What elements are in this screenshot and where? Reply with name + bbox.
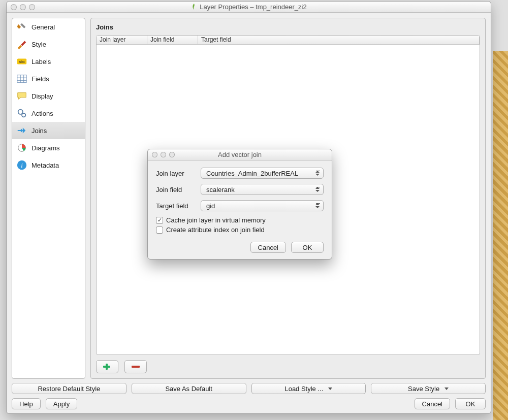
svg-text:abc: abc [19,59,25,64]
sidebar-item-label: Style [31,41,46,48]
sidebar-item-label: Joins [31,127,47,135]
paintbrush-icon [16,39,27,50]
dialog-title: Add vector join [148,151,332,158]
combo-value: gid [206,202,215,210]
index-checkbox-row[interactable]: Create attribute index on join field [156,226,324,234]
sidebar-item-style[interactable]: Style [12,36,85,53]
sidebar-item-label: Actions [31,110,53,117]
abc-label-icon: abc [16,56,27,67]
join-arrow-icon [16,125,27,136]
cache-checkbox[interactable] [156,217,163,224]
column-header-join-layer[interactable]: Join layer [97,36,147,44]
sidebar-item-metadata[interactable]: i Metadata [12,156,85,174]
join-field-label: Join field [156,186,196,193]
dialog-cancel-button[interactable]: Cancel [250,242,286,253]
wrench-icon [16,21,27,33]
dialog-ok-button[interactable]: OK [291,242,324,253]
sidebar-item-label: General [31,23,55,31]
sidebar-item-label: Metadata [31,161,59,169]
index-checkbox-label: Create attribute index on join field [166,226,265,234]
chevron-up-down-icon [314,185,321,193]
qgis-icon [190,3,198,10]
load-style-button[interactable]: Load Style ... [251,383,366,394]
svg-rect-9 [103,366,110,368]
sidebar-item-label: Diagrams [31,144,60,152]
window-titlebar[interactable]: Layer Properties – tmp_reindeer_zi2 [7,2,491,13]
svg-rect-10 [132,366,140,368]
target-field-row: Target field gid [156,200,324,211]
target-field-combo[interactable]: gid [201,200,324,211]
combo-value: scalerank [206,186,235,193]
sidebar-item-display[interactable]: Display [12,87,85,105]
pie-chart-icon [16,142,27,153]
combo-value: Countries_Admin_2bufferREAL [206,170,298,177]
background-map-sliver [493,51,508,420]
dialog-body: Join layer Countries_Admin_2bufferREAL J… [148,160,332,259]
remove-join-button[interactable] [124,360,147,373]
ok-button[interactable]: OK [455,398,486,409]
sidebar-item-general[interactable]: General [12,18,85,36]
sidebar-item-fields[interactable]: Fields [12,70,85,87]
sidebar-item-label: Labels [31,58,51,66]
column-header-target-field[interactable]: Target field [198,36,480,44]
join-field-row: Join field scalerank [156,184,324,195]
restore-default-style-button[interactable]: Restore Default Style [12,383,126,394]
table-header-row: Join layer Join field Target field [97,36,480,45]
join-field-combo[interactable]: scalerank [201,184,324,195]
save-as-default-button[interactable]: Save As Default [132,383,246,394]
plus-icon [103,363,112,370]
join-layer-label: Join layer [156,170,196,177]
sidebar-item-label: Fields [31,75,49,83]
add-vector-join-dialog: Add vector join Join layer Countries_Adm… [147,149,332,260]
index-checkbox[interactable] [156,227,163,234]
gears-icon [16,108,27,119]
cache-checkbox-row[interactable]: Cache join layer in virtual memory [156,216,324,224]
panel-heading: Joins [96,23,480,31]
svg-point-4 [22,113,25,117]
minus-icon [131,363,140,370]
info-icon: i [16,159,27,171]
target-field-label: Target field [156,202,196,210]
svg-text:i: i [21,162,23,169]
sidebar-item-actions[interactable]: Actions [12,105,85,122]
help-button[interactable]: Help [12,398,41,409]
dialog-titlebar[interactable]: Add vector join [148,149,332,160]
chevron-up-down-icon [314,169,321,177]
sidebar-item-diagrams[interactable]: Diagrams [12,139,85,156]
column-header-join-field[interactable]: Join field [147,36,198,44]
join-layer-row: Join layer Countries_Admin_2bufferREAL [156,168,324,179]
speech-bubble-icon [16,90,27,102]
chevron-up-down-icon [314,202,321,210]
joins-toolbar [96,360,480,373]
sidebar-item-joins[interactable]: Joins [12,122,85,139]
sidebar-item-label: Display [31,92,53,100]
style-button-row: Restore Default Style Save As Default Lo… [12,383,486,394]
table-icon [16,73,27,84]
sidebar: General Style abc Labels [12,18,85,379]
window-title: Layer Properties – tmp_reindeer_zi2 [7,3,491,11]
apply-button[interactable]: Apply [46,398,78,409]
sidebar-item-labels[interactable]: abc Labels [12,53,85,70]
dialog-button-row: Cancel OK [156,242,324,253]
save-style-button[interactable]: Save Style [371,383,486,394]
cache-checkbox-label: Cache join layer in virtual memory [166,216,266,224]
footer-button-row: Help Apply Cancel OK [12,398,486,409]
cancel-button[interactable]: Cancel [415,398,450,409]
add-join-button[interactable] [96,360,118,373]
svg-rect-2 [17,75,26,83]
join-layer-combo[interactable]: Countries_Admin_2bufferREAL [201,168,324,179]
